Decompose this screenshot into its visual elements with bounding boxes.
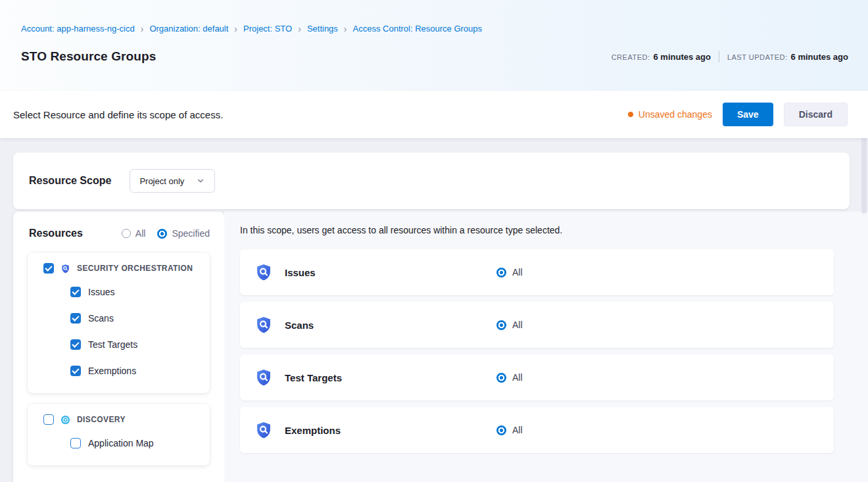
access-all-radio[interactable]: All bbox=[496, 267, 523, 277]
last-updated-label: LAST UPDATED: bbox=[727, 53, 788, 61]
mode-option-specified[interactable]: Specified bbox=[157, 228, 210, 239]
group-checkbox[interactable] bbox=[43, 414, 54, 425]
resource-row-test-targets: Test Targets All bbox=[240, 354, 834, 400]
unsaved-changes-label: Unsaved changes bbox=[639, 109, 712, 120]
resources-panel: Resources All Specified S bbox=[13, 212, 224, 482]
item-label: Issues bbox=[88, 287, 114, 297]
chevron-right-icon: › bbox=[234, 24, 237, 34]
chevron-down-icon bbox=[196, 176, 205, 185]
resource-groups-page: Account: app-harness-ng-cicd › Organizat… bbox=[0, 0, 868, 482]
item-checkbox[interactable] bbox=[70, 339, 81, 350]
chevron-right-icon: › bbox=[141, 24, 144, 34]
last-updated-value: 6 minutes ago bbox=[791, 52, 848, 62]
resource-item-issues[interactable]: Issues bbox=[43, 279, 202, 305]
resource-item-test-targets[interactable]: Test Targets bbox=[43, 331, 202, 358]
mode-option-all[interactable]: All bbox=[122, 228, 146, 239]
page-title: STO Resource Groups bbox=[21, 49, 156, 64]
access-all-radio[interactable]: All bbox=[496, 320, 523, 330]
item-checkbox[interactable] bbox=[70, 287, 81, 297]
breadcrumb-project-link[interactable]: Project: STO bbox=[243, 24, 292, 34]
breadcrumb-account-link[interactable]: Account: app-harness-ng-cicd bbox=[21, 24, 135, 34]
resource-item-scans[interactable]: Scans bbox=[43, 305, 202, 331]
resource-scope-dropdown[interactable]: Project only bbox=[130, 169, 215, 193]
access-all-radio[interactable]: All bbox=[496, 425, 523, 435]
group-name: SECURITY ORCHESTRATION bbox=[77, 264, 193, 273]
resource-row-scans: Scans All bbox=[240, 302, 834, 348]
item-label: Scans bbox=[88, 313, 114, 324]
created-value: 6 minutes ago bbox=[653, 52, 710, 62]
resource-item-application-map[interactable]: Application Map bbox=[43, 430, 202, 456]
resource-row-label: Exemptions bbox=[285, 425, 496, 436]
radio-selected-icon[interactable] bbox=[496, 320, 506, 330]
resource-row-label: Issues bbox=[285, 267, 496, 278]
radio-selected-icon[interactable] bbox=[496, 268, 506, 277]
shield-scan-icon bbox=[254, 368, 273, 387]
item-label: Test Targets bbox=[88, 339, 137, 350]
access-all-label: All bbox=[512, 372, 523, 383]
unsaved-changes-status: Unsaved changes bbox=[628, 109, 712, 120]
access-all-radio[interactable]: All bbox=[496, 372, 523, 383]
meta-divider bbox=[719, 51, 719, 62]
resource-scope-selected: Project only bbox=[139, 176, 184, 186]
shield-scan-icon bbox=[254, 421, 273, 439]
breadcrumb: Account: app-harness-ng-cicd › Organizat… bbox=[21, 24, 848, 34]
timestamps-meta: CREATED:6 minutes ago LAST UPDATED:6 min… bbox=[612, 51, 848, 62]
resource-scope-label: Resource Scope bbox=[29, 175, 111, 187]
group-name: DISCOVERY bbox=[77, 415, 126, 424]
group-checkbox[interactable] bbox=[43, 263, 54, 274]
access-all-label: All bbox=[512, 320, 523, 330]
action-toolbar: Select Resource and define its scope of … bbox=[0, 91, 868, 138]
shield-scan-icon bbox=[60, 264, 70, 274]
shield-scan-icon bbox=[254, 316, 273, 334]
access-all-label: All bbox=[512, 425, 523, 435]
breadcrumb-resource-groups-link[interactable]: Access Control: Resource Groups bbox=[353, 24, 483, 34]
created-label: CREATED: bbox=[612, 53, 650, 61]
scope-description: In this scope, users get access to all r… bbox=[240, 225, 834, 235]
mode-option-all-label: All bbox=[135, 228, 146, 239]
save-button[interactable]: Save bbox=[723, 103, 773, 126]
item-checkbox[interactable] bbox=[70, 438, 81, 448]
toolbar-description: Select Resource and define its scope of … bbox=[13, 109, 223, 120]
item-label: Exemptions bbox=[88, 366, 136, 376]
resource-row-label: Scans bbox=[285, 320, 496, 331]
radio-selected-icon[interactable] bbox=[496, 425, 506, 435]
vertical-scrollbar[interactable] bbox=[861, 93, 867, 480]
scope-detail-area: In this scope, users get access to all r… bbox=[224, 212, 868, 482]
mode-option-specified-label: Specified bbox=[172, 228, 210, 239]
breadcrumb-settings-link[interactable]: Settings bbox=[307, 24, 338, 34]
access-all-label: All bbox=[512, 267, 523, 277]
chevron-right-icon: › bbox=[298, 24, 301, 34]
item-checkbox[interactable] bbox=[70, 313, 81, 324]
resource-row-exemptions: Exemptions All bbox=[240, 407, 834, 453]
radar-icon bbox=[60, 415, 70, 425]
breadcrumb-organization-link[interactable]: Organization: default bbox=[149, 24, 228, 34]
resources-panel-title: Resources bbox=[29, 228, 83, 239]
page-header: Account: app-harness-ng-cicd › Organizat… bbox=[0, 0, 868, 91]
discard-button[interactable]: Discard bbox=[784, 103, 848, 126]
radio-selected-icon[interactable] bbox=[157, 229, 167, 239]
unsaved-dot-icon bbox=[628, 112, 633, 117]
item-label: Application Map bbox=[88, 438, 154, 448]
chevron-right-icon: › bbox=[344, 24, 347, 34]
radio-selected-icon[interactable] bbox=[496, 373, 506, 383]
created-meta: CREATED:6 minutes ago bbox=[612, 51, 711, 62]
last-updated-meta: LAST UPDATED:6 minutes ago bbox=[727, 51, 848, 62]
item-checkbox[interactable] bbox=[70, 366, 81, 376]
resource-row-issues: Issues All bbox=[240, 249, 834, 295]
resource-scope-card: Resource Scope Project only bbox=[13, 153, 850, 209]
resource-group-discovery: DISCOVERY Application Map bbox=[28, 404, 210, 466]
resource-item-exemptions[interactable]: Exemptions bbox=[43, 358, 202, 384]
resource-group-security-orchestration: SECURITY ORCHESTRATION Issues Scans Test… bbox=[28, 253, 210, 393]
resources-mode-radio-group: All Specified bbox=[122, 228, 210, 239]
resource-row-label: Test Targets bbox=[285, 372, 496, 383]
radio-unselected-icon[interactable] bbox=[122, 229, 131, 238]
shield-scan-icon bbox=[254, 263, 273, 281]
